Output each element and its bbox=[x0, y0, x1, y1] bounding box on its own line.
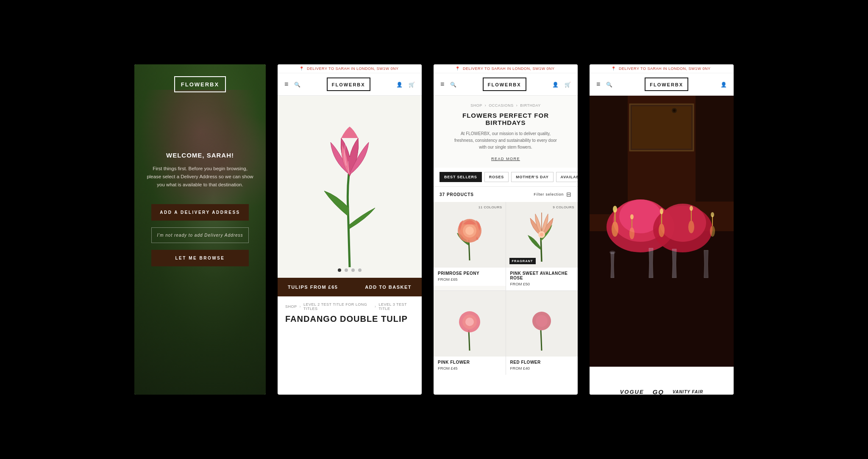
svg-point-10 bbox=[536, 315, 548, 327]
products-count: 37 PRODUCTS bbox=[440, 192, 474, 197]
product-card-price-3: FROM £45 bbox=[438, 366, 501, 371]
header-logo-text: FLOWERBX bbox=[332, 82, 365, 87]
colours-badge-2: 9 COLOURS bbox=[553, 205, 574, 209]
user-icon-3[interactable] bbox=[552, 80, 559, 88]
dot-1[interactable] bbox=[338, 268, 341, 272]
tab-roses[interactable]: ROSES bbox=[484, 172, 509, 182]
product-detail-area: SHOP › LEVEL 2 TEST TITLE FOR LONG TITLE… bbox=[278, 296, 422, 330]
delivery-bar-4: DELIVERY TO SARAH IN LONDON, SW1W 0NY bbox=[590, 64, 734, 73]
svg-point-32 bbox=[690, 206, 693, 211]
hamburger-icon-4[interactable] bbox=[596, 80, 600, 88]
pin-icon bbox=[299, 66, 304, 71]
svg-point-33 bbox=[710, 226, 715, 237]
hamburger-icon-3[interactable] bbox=[440, 80, 444, 88]
pin-icon-3 bbox=[455, 66, 460, 71]
product-card-4[interactable]: RED FLOWER FROM £40 bbox=[506, 291, 578, 375]
bc-shop: SHOP bbox=[285, 304, 297, 309]
press-logos: VOGUE GQ VANITY FAIR THE ⌂TIMES FINANCIA… bbox=[590, 367, 734, 395]
cart-icon[interactable] bbox=[409, 80, 415, 88]
svg-point-21 bbox=[612, 221, 618, 237]
mobile-header-3: FLOWERBX bbox=[434, 73, 578, 96]
gq-logo: GQ bbox=[653, 388, 664, 395]
svg-point-27 bbox=[659, 224, 665, 237]
svg-point-3 bbox=[465, 227, 474, 235]
fragrant-badge-2: FRAGRANT bbox=[509, 258, 536, 264]
read-more-link[interactable]: READ MORE bbox=[491, 157, 520, 161]
price-label: TULIPS FROM £65 bbox=[288, 285, 338, 290]
bc-birthday: BIRTHDAY bbox=[520, 103, 541, 108]
svg-point-23 bbox=[613, 206, 617, 213]
not-ready-button[interactable]: I'm not ready to add Delivery Address bbox=[151, 227, 249, 243]
vanity-fair-logo: VANITY FAIR bbox=[673, 390, 703, 394]
header-logo-box-3: FLOWERBX bbox=[483, 77, 526, 91]
product-card-1[interactable]: 11 COLOURS PRIMROSE PEONY FROM £65 bbox=[434, 202, 506, 290]
product-card-3[interactable]: PINK FLOWER FROM £45 bbox=[434, 291, 506, 375]
dot-2[interactable] bbox=[345, 268, 348, 272]
filter-icon bbox=[566, 191, 572, 198]
header-icons-right bbox=[396, 80, 415, 88]
product-card-name-3: PINK FLOWER bbox=[438, 360, 501, 365]
search-icon-3[interactable] bbox=[450, 80, 456, 88]
user-icon[interactable] bbox=[396, 80, 403, 88]
dot-3[interactable] bbox=[351, 268, 355, 272]
dot-4[interactable] bbox=[358, 268, 362, 272]
svg-rect-38 bbox=[632, 106, 691, 149]
pin-icon-4 bbox=[611, 66, 616, 71]
add-to-basket-bar[interactable]: TULIPS FROM £65 ADD TO BASKET bbox=[278, 278, 422, 296]
tab-mothers-day[interactable]: MOTHER'S DAY bbox=[511, 172, 553, 182]
logo-box: FLOWERBX bbox=[174, 76, 226, 92]
product-card-price-4: FROM £40 bbox=[510, 366, 574, 371]
header-logo-box-4: FLOWERBX bbox=[645, 77, 688, 91]
user-icon-4[interactable] bbox=[721, 80, 727, 88]
breadcrumb: SHOP › LEVEL 2 TEST TITLE FOR LONG TITLE… bbox=[285, 302, 414, 311]
filter-tabs: BEST SELLERS ROSES MOTHER'S DAY AVAILABL… bbox=[434, 168, 578, 187]
bc-shop-3: SHOP bbox=[470, 103, 482, 108]
svg-point-30 bbox=[688, 221, 694, 233]
hamburger-icon[interactable] bbox=[284, 80, 288, 88]
svg-point-29 bbox=[660, 208, 663, 214]
let-me-browse-button[interactable]: LET ME BROWSE bbox=[151, 250, 249, 266]
product-card-name-2: PINK SWEET AVALANCHE ROSE bbox=[510, 271, 574, 280]
product-card-info-1: PRIMROSE PEONY FROM £65 bbox=[434, 268, 506, 286]
screen-1-welcome: FLOWERBX WELCOME, SARAH! First things fi… bbox=[134, 64, 266, 395]
header-logo-text-3: FLOWERBX bbox=[488, 82, 521, 87]
product-card-info-3: PINK FLOWER FROM £45 bbox=[434, 357, 506, 375]
welcome-text: First things first. Before you begin bro… bbox=[146, 165, 254, 189]
header-logo-text-4: FLOWERBX bbox=[650, 82, 683, 87]
svg-point-26 bbox=[630, 214, 634, 219]
svg-point-5 bbox=[540, 233, 543, 236]
bc-level2: LEVEL 2 TEST TITLE FOR LONG TITLES bbox=[303, 302, 372, 311]
screen-2-product: DELIVERY TO SARAH IN LONDON, SW1W 0NY FL… bbox=[278, 64, 422, 395]
screens-container: FLOWERBX WELCOME, SARAH! First things fi… bbox=[0, 0, 868, 459]
header-icons-left bbox=[284, 80, 300, 88]
filter-selection-button[interactable]: Filter selection bbox=[534, 191, 572, 198]
svg-point-20 bbox=[659, 204, 706, 242]
header-icons-right-4 bbox=[721, 80, 727, 88]
filter-label: Filter selection bbox=[534, 192, 564, 196]
products-grid: 11 COLOURS PRIMROSE PEONY FROM £65 bbox=[434, 202, 578, 375]
add-delivery-address-button[interactable]: ADD A DELIVERY ADDRESS bbox=[151, 204, 249, 221]
press-row-1: VOGUE GQ VANITY FAIR bbox=[598, 388, 725, 395]
welcome-content: FLOWERBX WELCOME, SARAH! First things fi… bbox=[134, 64, 266, 395]
product-card-img-2: 9 COLOURS FRAGRANT bbox=[506, 202, 578, 268]
product-card-info-2: PINK SWEET AVALANCHE ROSE FROM £50 bbox=[506, 268, 578, 290]
mobile-header: FLOWERBX bbox=[278, 73, 422, 96]
tab-best-sellers[interactable]: BEST SELLERS bbox=[440, 172, 482, 182]
screen-4-editorial: DELIVERY TO SARAH IN LONDON, SW1W 0NY FL… bbox=[590, 64, 734, 395]
product-title: FANDANGO DOUBLE TULIP bbox=[285, 314, 414, 324]
category-description: At FLOWERBX, our mission is to deliver q… bbox=[451, 130, 561, 151]
search-icon[interactable] bbox=[294, 80, 300, 88]
search-icon-4[interactable] bbox=[606, 80, 612, 88]
bc-level3: LEVEL 3 TEST TITLE bbox=[378, 302, 414, 311]
product-card-info-4: RED FLOWER FROM £40 bbox=[506, 357, 578, 375]
colours-badge-1: 11 COLOURS bbox=[479, 205, 502, 209]
welcome-title: WELCOME, SARAH! bbox=[146, 152, 254, 159]
product-card-2[interactable]: 9 COLOURS FRAGRANT PINK SWEET AVALANCHE … bbox=[506, 202, 578, 290]
product-card-price-2: FROM £50 bbox=[510, 282, 574, 286]
cart-icon-3[interactable] bbox=[565, 80, 571, 88]
tab-available-tonight[interactable]: AVAILABLE TON bbox=[556, 172, 578, 182]
shop-breadcrumb: SHOP › OCCASIONS › BIRTHDAY bbox=[442, 103, 569, 108]
svg-point-35 bbox=[711, 212, 714, 217]
header-icons-left-3 bbox=[440, 80, 456, 88]
svg-point-8 bbox=[465, 318, 474, 326]
